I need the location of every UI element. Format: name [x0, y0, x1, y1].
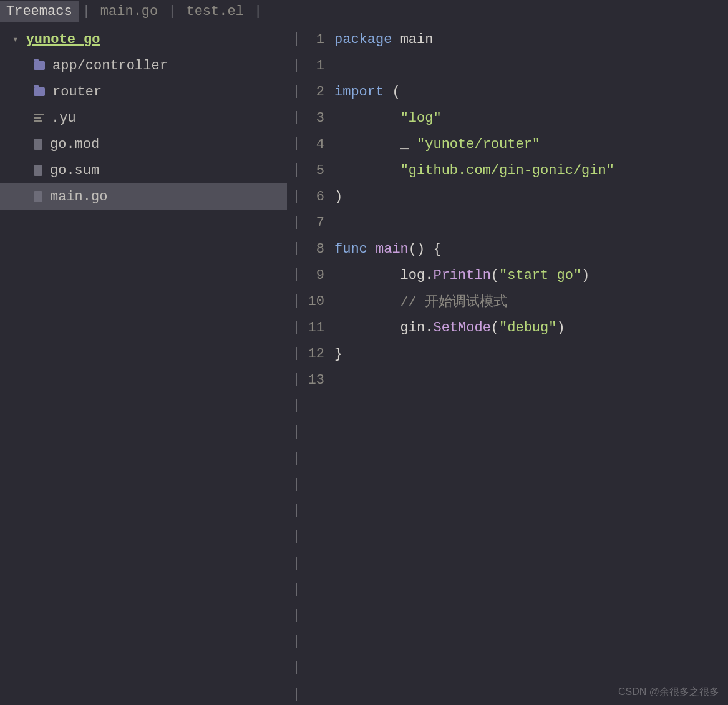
tree-item-label: router: [52, 84, 102, 100]
code-line[interactable]: 1package main: [306, 26, 728, 52]
tree-project-root[interactable]: ▾yunote_go: [0, 26, 287, 52]
tree-item-router[interactable]: router: [0, 79, 287, 105]
tab-main-go[interactable]: main.go: [94, 1, 164, 22]
divider-segment: |: [292, 655, 300, 681]
code-line-empty[interactable]: [306, 393, 728, 419]
code-content: package main: [334, 32, 433, 47]
editor-pane: 1package main12import (3 "log"4 _ "yunot…: [306, 22, 728, 705]
line-number: 5: [306, 163, 334, 178]
tree-item-go-sum[interactable]: go.sum: [0, 157, 287, 183]
text-file-icon: [34, 113, 44, 123]
code-line-empty[interactable]: [306, 603, 728, 629]
divider-segment: |: [292, 236, 300, 262]
divider-segment: |: [292, 550, 300, 576]
tree-item--yu[interactable]: .yu: [0, 105, 287, 131]
tab-test-el[interactable]: test.el: [180, 1, 250, 22]
divider-segment: |: [292, 576, 300, 603]
divider-segment: |: [292, 26, 300, 52]
code-line[interactable]: 12}: [306, 341, 728, 367]
divider-segment: |: [292, 79, 300, 105]
line-number: 3: [306, 110, 334, 126]
divider-segment: |: [292, 314, 300, 341]
code-line-empty[interactable]: [306, 629, 728, 655]
code-line-empty[interactable]: [306, 419, 728, 445]
line-number: 4: [306, 137, 334, 152]
tree-item-label: .yu: [51, 110, 76, 126]
divider-segment: |: [292, 498, 300, 524]
code-content: _ "yunote/router": [334, 137, 540, 152]
divider-segment: |: [292, 210, 300, 236]
code-content: }: [334, 346, 342, 362]
divider-segment: |: [292, 393, 300, 419]
divider-segment: |: [292, 183, 300, 210]
code-line[interactable]: 1: [306, 52, 728, 79]
code-line[interactable]: 13: [306, 367, 728, 393]
code-content: log.Println("start go"): [334, 268, 590, 283]
file-icon: [34, 191, 42, 202]
divider-segment: |: [292, 445, 300, 472]
line-number: 13: [306, 372, 334, 388]
tree-item-label: main.go: [50, 189, 107, 205]
code-line[interactable]: 11 gin.SetMode("debug"): [306, 314, 728, 341]
line-number: 2: [306, 84, 334, 100]
line-number: 1: [306, 32, 334, 47]
divider-segment: |: [292, 472, 300, 498]
code-line-empty[interactable]: [306, 498, 728, 524]
tree-item-main-go[interactable]: main.go: [0, 183, 287, 210]
code-line-empty[interactable]: [306, 472, 728, 498]
tree-item-go-mod[interactable]: go.mod: [0, 131, 287, 157]
code-line-empty[interactable]: [306, 524, 728, 550]
line-number: 7: [306, 215, 334, 231]
line-number: 6: [306, 189, 334, 205]
code-line[interactable]: 2import (: [306, 79, 728, 105]
code-content: func main() {: [334, 241, 442, 257]
code-line[interactable]: 4 _ "yunote/router": [306, 131, 728, 157]
code-content: "log": [334, 110, 442, 126]
divider-segment: |: [292, 629, 300, 655]
tree-item-label: go.mod: [50, 137, 99, 152]
tab-separator: |: [250, 4, 266, 19]
divider-segment: |: [292, 341, 300, 367]
tab-bar: Treemacs|main.go|test.el|: [0, 0, 728, 22]
code-line[interactable]: 7: [306, 210, 728, 236]
line-number: 1: [306, 58, 334, 74]
tab-separator: |: [79, 4, 94, 19]
divider-segment: |: [292, 157, 300, 183]
treemacs-sidebar: ▾yunote_goapp/controllerrouter.yugo.modg…: [0, 22, 287, 705]
code-line[interactable]: 5 "github.com/gin-gonic/gin": [306, 157, 728, 183]
chevron-down-icon: ▾: [12, 33, 19, 46]
divider-segment: |: [292, 288, 300, 314]
code-line[interactable]: 3 "log": [306, 105, 728, 131]
watermark: CSDN @余很多之很多: [618, 686, 719, 699]
code-content: // 开始调试模式: [334, 292, 507, 311]
divider-segment: |: [292, 105, 300, 131]
file-icon: [34, 139, 42, 150]
code-line-empty[interactable]: [306, 550, 728, 576]
tab-treemacs[interactable]: Treemacs: [0, 1, 79, 22]
project-name: yunote_go: [26, 32, 100, 47]
code-line[interactable]: 9 log.Println("start go"): [306, 262, 728, 288]
line-number: 11: [306, 320, 334, 336]
folder-icon: [34, 87, 45, 96]
divider-segment: |: [292, 367, 300, 393]
code-line[interactable]: 6): [306, 183, 728, 210]
code-content: "github.com/gin-gonic/gin": [334, 163, 614, 178]
divider-segment: |: [292, 603, 300, 629]
file-icon: [34, 165, 42, 176]
divider-segment: |: [292, 524, 300, 550]
divider-segment: |: [292, 262, 300, 288]
tree-item-label: app/controller: [52, 58, 168, 74]
folder-icon: [34, 61, 45, 70]
code-line[interactable]: 10 // 开始调试模式: [306, 288, 728, 314]
tree-item-app-controller[interactable]: app/controller: [0, 52, 287, 79]
code-content: import (: [334, 84, 400, 100]
code-line-empty[interactable]: [306, 655, 728, 681]
line-number: 8: [306, 241, 334, 257]
code-line[interactable]: 8func main() {: [306, 236, 728, 262]
divider-segment: |: [292, 52, 300, 79]
divider-segment: |: [292, 419, 300, 445]
code-line-empty[interactable]: [306, 445, 728, 472]
code-line-empty[interactable]: [306, 576, 728, 603]
pane-divider: ||||||||||||||||||||||||||: [287, 22, 306, 705]
line-number: 12: [306, 346, 334, 362]
